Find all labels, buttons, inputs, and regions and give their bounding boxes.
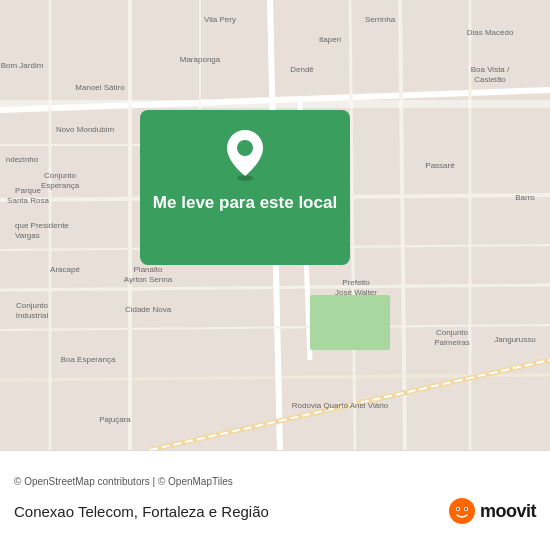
svg-text:Boa Esperança: Boa Esperança	[61, 355, 116, 364]
svg-text:Passaré: Passaré	[425, 161, 455, 170]
svg-text:Barro: Barro	[515, 193, 535, 202]
svg-text:Castelão: Castelão	[474, 75, 506, 84]
svg-text:Itaperi: Itaperi	[319, 35, 341, 44]
svg-text:Palmeiras: Palmeiras	[434, 338, 470, 347]
svg-text:Conjunto: Conjunto	[44, 171, 77, 180]
map-container: Vila Pery Serrinha Itaperi Dias Macédo B…	[0, 0, 550, 450]
svg-text:Conjunto: Conjunto	[16, 301, 49, 310]
svg-text:Ayrton Senna: Ayrton Senna	[124, 275, 173, 284]
svg-text:Serrinha: Serrinha	[365, 15, 396, 24]
svg-point-57	[237, 140, 253, 156]
svg-text:José Walter: José Walter	[335, 288, 377, 297]
svg-text:Aracapé: Aracapé	[50, 265, 80, 274]
svg-text:Rodovia Quarto Anel Viário: Rodovia Quarto Anel Viário	[292, 401, 389, 410]
svg-text:Pajuçara: Pajuçara	[99, 415, 131, 424]
svg-text:Esperança: Esperança	[41, 181, 80, 190]
svg-text:ndezinho: ndezinho	[6, 155, 39, 164]
svg-point-61	[457, 508, 459, 510]
location-pin-icon	[223, 128, 267, 182]
svg-text:Vila Pery: Vila Pery	[204, 15, 236, 24]
svg-text:Santa Rosa: Santa Rosa	[7, 196, 49, 205]
svg-rect-18	[310, 295, 390, 350]
svg-text:Parque: Parque	[15, 186, 41, 195]
svg-text:Vargas: Vargas	[15, 231, 40, 240]
svg-text:Cidade Nova: Cidade Nova	[125, 305, 172, 314]
svg-text:Boa Vista /: Boa Vista /	[471, 65, 510, 74]
moovit-brand-text: moovit	[480, 501, 536, 522]
moovit-logo: moovit	[448, 497, 536, 525]
svg-text:Planalto: Planalto	[134, 265, 163, 274]
svg-text:Bom Jardim: Bom Jardim	[1, 61, 44, 70]
svg-text:Dias Macédo: Dias Macédo	[467, 28, 514, 37]
place-name: Conexao Telecom, Fortaleza e Região	[14, 503, 269, 520]
svg-text:Industrial: Industrial	[16, 311, 49, 320]
svg-text:que Presidente: que Presidente	[15, 221, 69, 230]
svg-point-62	[465, 508, 467, 510]
svg-text:Maraponga: Maraponga	[180, 55, 221, 64]
svg-point-58	[449, 498, 475, 524]
location-card-label: Me leve para este local	[141, 192, 349, 214]
svg-text:Conjunto: Conjunto	[436, 328, 469, 337]
svg-text:Jangurussu: Jangurussu	[494, 335, 535, 344]
svg-text:Prefeito: Prefeito	[342, 278, 370, 287]
svg-rect-19	[0, 100, 550, 108]
bottom-row: Conexao Telecom, Fortaleza e Região moov…	[14, 497, 536, 525]
svg-text:Manoel Sátiro: Manoel Sátiro	[75, 83, 125, 92]
attribution-text: © OpenStreetMap contributors | © OpenMap…	[14, 476, 536, 487]
svg-text:Novo Mondubim: Novo Mondubim	[56, 125, 115, 134]
location-card[interactable]: Me leve para este local	[140, 110, 350, 265]
moovit-brand-icon	[448, 497, 476, 525]
bottom-bar: © OpenStreetMap contributors | © OpenMap…	[0, 450, 550, 550]
svg-text:Dendê: Dendê	[290, 65, 314, 74]
